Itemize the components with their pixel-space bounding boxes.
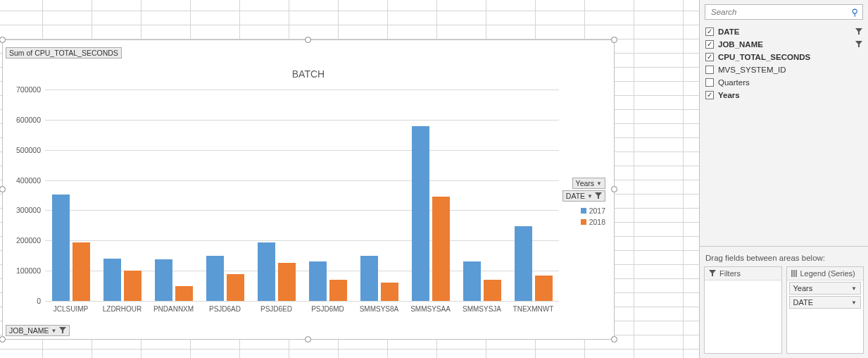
category-group: PSJD6MD <box>302 90 353 301</box>
field-list-panel: ⚲ ✓DATE✓JOB_NAME✓CPU_TOTAL_SECONDSMVS_SY… <box>699 0 868 358</box>
filter-icon[interactable] <box>855 28 862 35</box>
field-mvs_system_id[interactable]: MVS_SYSTEM_ID <box>705 63 862 76</box>
bar-2018[interactable] <box>124 271 141 301</box>
category-group: JCLSUIMP <box>45 90 96 301</box>
x-axis-label: PSJD6ED <box>251 301 302 313</box>
category-group: PSJD6ED <box>251 90 302 301</box>
y-axis-label: 100000 <box>6 266 45 275</box>
checkbox[interactable]: ✓ <box>705 27 714 36</box>
field-date[interactable]: ✓DATE <box>705 25 862 38</box>
filter-icon <box>59 327 66 334</box>
legend-item[interactable]: 2017 <box>581 206 605 215</box>
bar-2018[interactable] <box>175 286 193 301</box>
field-label: Years <box>718 91 862 99</box>
field-label: JOB_NAME <box>718 40 851 49</box>
bar-2017[interactable] <box>258 242 275 301</box>
bar-2018[interactable] <box>227 274 244 301</box>
bar-2017[interactable] <box>515 226 532 301</box>
x-axis-label: PNDANNXM <box>148 301 199 313</box>
y-axis-label: 200000 <box>6 236 45 245</box>
x-axis-label: JCLSUIMP <box>45 301 96 313</box>
area-item-years[interactable]: Years▼ <box>789 282 862 295</box>
value-field-button[interactable]: Sum of CPU_TOTAL_SECONDS <box>6 47 122 58</box>
area-item-label: Years <box>793 284 813 292</box>
bar-2018[interactable] <box>381 283 398 301</box>
bar-2018[interactable] <box>278 263 296 301</box>
field-cpu_total_seconds[interactable]: ✓CPU_TOTAL_SECONDS <box>705 51 862 63</box>
resize-handle[interactable] <box>0 37 6 43</box>
legend-field-years-button[interactable]: Years ▼ <box>572 178 605 189</box>
legend-field-date-label: DATE <box>566 192 585 200</box>
checkbox[interactable] <box>705 78 714 87</box>
legend-swatch <box>581 219 586 225</box>
resize-handle[interactable] <box>0 186 6 192</box>
x-axis-label: LZDRHOUR <box>96 301 148 313</box>
filter-icon <box>709 270 716 277</box>
resize-handle[interactable] <box>611 37 617 43</box>
bar-2017[interactable] <box>155 259 172 301</box>
x-axis-label: SMMSYSAA <box>405 301 456 313</box>
filters-area[interactable]: Filters <box>704 266 782 354</box>
area-item-label: DATE <box>793 298 814 307</box>
bar-2018[interactable] <box>484 280 501 301</box>
filter-icon <box>595 192 602 199</box>
legend: 20172018 <box>581 206 605 229</box>
resize-handle[interactable] <box>611 186 617 192</box>
dropdown-icon: ▼ <box>596 180 602 187</box>
resize-handle[interactable] <box>611 336 617 342</box>
bar-2017[interactable] <box>412 126 429 301</box>
bar-2018[interactable] <box>535 276 553 301</box>
area-item-date[interactable]: DATE▼ <box>789 296 862 309</box>
bar-2017[interactable] <box>309 261 327 301</box>
bar-2017[interactable] <box>463 261 481 301</box>
checkbox[interactable]: ✓ <box>705 40 714 49</box>
legend-swatch <box>581 208 586 214</box>
y-axis-label: 500000 <box>6 146 45 154</box>
bar-2018[interactable] <box>73 242 90 301</box>
checkbox[interactable]: ✓ <box>705 91 714 99</box>
checkbox[interactable] <box>705 66 714 74</box>
legend-field-date-button[interactable]: DATE ▼ <box>562 190 605 202</box>
y-axis-label: 300000 <box>6 206 45 214</box>
x-axis-label: TNEXMNWT <box>508 301 559 313</box>
bar-2017[interactable] <box>360 256 378 301</box>
filters-header: Filters <box>705 267 781 280</box>
legend-label: 2017 <box>589 206 605 215</box>
search-input[interactable] <box>710 7 851 17</box>
filters-header-label: Filters <box>719 269 741 278</box>
field-label: CPU_TOTAL_SECONDS <box>718 53 862 61</box>
legend-header: Legend (Series) <box>787 267 864 280</box>
category-group: PSJD6AD <box>199 90 251 301</box>
areas: Filters Legend (Series) Years▼DATE▼ <box>700 266 868 358</box>
legend-area[interactable]: Legend (Series) Years▼DATE▼ <box>786 266 864 354</box>
chart-title: BATCH <box>3 68 614 80</box>
bar-2017[interactable] <box>52 195 70 301</box>
x-axis-label: SMMSYSJA <box>456 301 508 313</box>
search-box[interactable]: ⚲ <box>705 4 863 20</box>
field-quarters[interactable]: Quarters <box>705 76 862 89</box>
x-axis-label: PSJD6MD <box>302 301 353 313</box>
bar-2017[interactable] <box>103 259 121 301</box>
bar-2017[interactable] <box>206 256 224 301</box>
y-axis-label: 400000 <box>6 176 45 185</box>
bar-2018[interactable] <box>432 197 450 301</box>
pivot-chart[interactable]: Sum of CPU_TOTAL_SECONDS BATCH 010000020… <box>2 39 615 340</box>
category-group: LZDRHOUR <box>96 90 148 301</box>
areas-label: Drag fields between areas below: <box>700 246 868 266</box>
bar-2018[interactable] <box>329 280 347 301</box>
field-years[interactable]: ✓Years <box>705 89 862 101</box>
filter-icon[interactable] <box>855 41 862 48</box>
legend-item[interactable]: 2018 <box>581 218 605 226</box>
field-job_name[interactable]: ✓JOB_NAME <box>705 38 862 51</box>
resize-handle[interactable] <box>305 336 311 342</box>
axis-field-button[interactable]: JOB_NAME ▼ <box>6 325 70 336</box>
category-group: TNEXMNWT <box>508 90 559 301</box>
y-axis-label: 700000 <box>6 85 45 94</box>
dropdown-icon: ▼ <box>851 300 857 306</box>
search-icon: ⚲ <box>851 7 858 18</box>
y-axis-label: 600000 <box>6 116 45 124</box>
legend-header-label: Legend (Series) <box>800 269 855 278</box>
plot-area: 0100000200000300000400000500000600000700… <box>45 90 559 301</box>
resize-handle[interactable] <box>305 37 311 43</box>
checkbox[interactable]: ✓ <box>705 53 714 61</box>
